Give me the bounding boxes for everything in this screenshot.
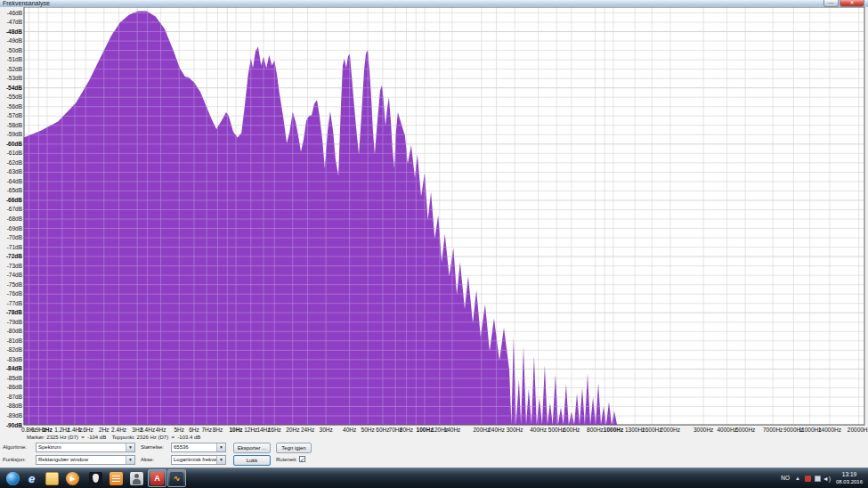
function-value: Rektangulær window [38, 457, 88, 462]
db-axis-label: -66dB [6, 197, 22, 203]
db-axis-label: -54dB [6, 85, 22, 91]
audacity-headphones-icon: ∿ [170, 472, 183, 485]
freq-axis-label: 800Hz [587, 427, 604, 433]
freq-axis-label: 2000Hz [661, 427, 680, 433]
alien-icon [89, 472, 102, 485]
tray-app-icon[interactable] [805, 476, 811, 482]
taskbar-item-alien-app[interactable] [88, 471, 103, 486]
db-axis-label: -60dB [6, 141, 22, 147]
cursor-label: Markør: [27, 435, 45, 440]
taskbar-item-person-app[interactable] [129, 471, 144, 486]
taskbar-item-pdf-reader[interactable]: A [150, 471, 165, 486]
db-axis-label: -85dB [7, 375, 22, 381]
start-button[interactable] [5, 471, 20, 486]
chevron-down-icon[interactable]: ▼ [126, 456, 134, 464]
taskbar-item-ie[interactable]: e [24, 471, 39, 486]
db-axis-label: -62dB [7, 159, 22, 166]
freq-axis-label: 140Hz [444, 427, 461, 433]
freq-axis-label: 80Hz [400, 427, 413, 433]
freq-axis-label: 14000Hz [818, 427, 841, 433]
freq-axis-label: 6Hz [189, 427, 199, 433]
text-lines [112, 476, 120, 483]
db-axis-label: -49dB [7, 37, 22, 44]
db-axis-label: -72dB [6, 253, 22, 259]
db-axis-label: -86dB [7, 384, 22, 390]
db-axis-label: -50dB [7, 47, 22, 53]
db-axis-label: -80dB [7, 328, 22, 334]
replot-button[interactable]: Tegn igjen [276, 443, 312, 453]
language-indicator[interactable]: NO [781, 475, 790, 481]
peak-label: Toppunkt: [112, 435, 135, 440]
db-axis-label: -74dB [7, 272, 22, 278]
db-axis-label: -61dB [7, 150, 22, 156]
db-axis-label: -81dB [7, 338, 22, 344]
db-axis-label: -76dB [7, 290, 22, 297]
alien-head [93, 474, 99, 483]
db-axis-label: -73dB [7, 263, 22, 269]
db-axis-label: -48dB [6, 28, 22, 35]
axis-dropdown[interactable]: Logaritmisk frekvens ▼ [171, 455, 226, 465]
size-dropdown[interactable]: 65536 ▼ [171, 443, 226, 452]
window-title: Frekvensanalyse [3, 0, 50, 7]
freq-axis-label: 2Hz [99, 427, 110, 433]
db-axis-label: -88dB [7, 403, 22, 409]
db-axis-label: -82dB [7, 346, 22, 353]
network-monitor-icon[interactable] [815, 476, 821, 482]
freq-axis-label: 3000Hz [694, 427, 713, 433]
freq-axis-label: 400Hz [530, 427, 547, 433]
algorithm-dropdown[interactable]: Spektrum ▼ [36, 443, 135, 452]
close-dialog-button[interactable]: Lukk [233, 455, 271, 466]
freq-axis-label: 8Hz [213, 427, 223, 433]
play-icon: ▶ [66, 472, 79, 485]
db-axis-label: -64dB [7, 178, 22, 184]
db-axis-label: -67dB [7, 206, 22, 212]
freq-axis-label: 24Hz [301, 427, 314, 433]
chevron-down-icon[interactable]: ▼ [216, 443, 225, 451]
freq-axis-label: 5Hz [174, 427, 184, 433]
algorithm-value: Spektrum [38, 444, 61, 450]
freq-axis-label: 7Hz [201, 427, 212, 433]
close-button[interactable]: ✕ [840, 0, 864, 7]
taskbar-item-media-player[interactable]: ▶ [65, 471, 80, 486]
algorithm-label: Algoritme: [3, 443, 27, 452]
taskbar-item-audacity[interactable]: ∿ [169, 471, 184, 486]
peak-value: 2326 Hz (D7) = -103.4 dB [136, 435, 200, 440]
db-axis-label: -84dB [6, 365, 22, 371]
grid-checkbox[interactable]: ✓ [299, 456, 305, 462]
grid-checkbox-label: Rutenett [276, 457, 296, 462]
db-axis-label: -69dB [7, 225, 22, 232]
freq-axis-label: 20000Hz [848, 427, 868, 433]
export-button[interactable]: Eksporter ... [233, 443, 271, 453]
db-axis-label: -47dB [7, 19, 22, 25]
chevron-down-icon[interactable]: ▼ [126, 443, 134, 451]
freq-axis-label: 3.4Hz [140, 427, 155, 433]
db-axis-label: -89dB [7, 412, 22, 419]
speaker-icon[interactable]: ◄) [823, 476, 831, 482]
db-axis-label: -65dB [7, 187, 22, 193]
freq-axis-label: 30Hz [320, 427, 333, 433]
cursor-peak-status: Markør: 2325 Hz (D7) = -104 dB Toppunkt:… [27, 435, 200, 440]
function-dropdown[interactable]: Rektangulær window ▼ [36, 455, 135, 465]
pdf-reader-icon: A [150, 472, 164, 485]
date: 08.03.2016 [834, 478, 864, 485]
db-axis-label: -70dB [7, 234, 22, 240]
db-axis-label: -79dB [7, 319, 22, 325]
folder-icon [45, 472, 59, 485]
minimize-button[interactable]: — [823, 0, 839, 7]
grid-checkbox-row[interactable]: Rutenett✓ [276, 455, 305, 465]
spectrum-chart[interactable]: -46dB-47dB-48dB-49dB-50dB-51dB-52dB-53dB… [0, 7, 868, 434]
clock[interactable]: 13:19 08.03.2016 [834, 471, 864, 485]
db-axis-label: -55dB [7, 94, 22, 100]
freq-axis-label: 4Hz [156, 427, 166, 433]
tray-expand-icon[interactable]: ▲ [795, 476, 800, 481]
freq-axis-label: 600Hz [564, 427, 580, 433]
freq-axis-label: 240Hz [488, 427, 505, 433]
taskbar-item-document-app[interactable] [109, 471, 124, 486]
db-axis-label: -83dB [7, 356, 22, 362]
person-icon [130, 472, 143, 485]
freq-axis-label: 16Hz [268, 427, 281, 433]
size-value: 65536 [174, 444, 189, 450]
windows-logo-icon [6, 472, 20, 485]
chevron-down-icon[interactable]: ▼ [216, 456, 225, 464]
taskbar-item-explorer[interactable] [45, 471, 60, 486]
